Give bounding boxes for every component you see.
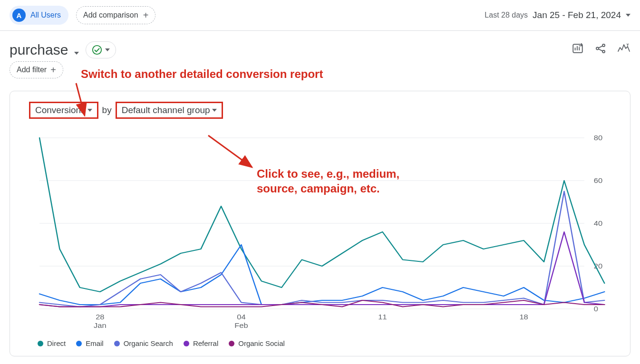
segment-chip-all-users[interactable]: A All Users	[10, 6, 68, 25]
segment-letter-badge: A	[12, 9, 26, 22]
by-separator: by	[98, 105, 116, 115]
status-dropdown[interactable]	[86, 41, 116, 58]
chevron-down-icon	[74, 52, 79, 55]
add-comparison-button[interactable]: Add comparison +	[76, 6, 155, 24]
svg-point-0	[93, 46, 101, 54]
annotation-text: Switch to another detailed conversion re…	[81, 67, 323, 81]
dimension-dropdown[interactable]: Default channel group	[116, 102, 223, 119]
share-icon[interactable]	[594, 42, 607, 57]
chart-legend: DirectEmailOrganic SearchReferralOrganic…	[29, 339, 616, 347]
customize-report-icon[interactable]	[572, 42, 584, 57]
legend-label: Referral	[193, 339, 218, 347]
legend-item[interactable]: Email	[76, 339, 104, 347]
metric-label: Conversions	[35, 105, 86, 115]
metric-dropdown[interactable]: Conversions	[29, 102, 98, 119]
insights-icon[interactable]	[617, 42, 630, 57]
legend-label: Email	[86, 339, 104, 347]
legend-label: Organic Search	[124, 339, 173, 347]
legend-dot	[76, 341, 82, 346]
plus-icon: +	[50, 65, 56, 75]
svg-text:60: 60	[594, 177, 603, 184]
svg-text:0: 0	[594, 305, 598, 313]
legend-dot	[229, 341, 234, 346]
chevron-down-icon	[626, 14, 630, 17]
plus-icon: +	[143, 10, 149, 20]
report-title-text: purchase	[10, 42, 68, 57]
svg-point-3	[602, 44, 605, 47]
date-range-label: Last 28 days	[485, 11, 528, 19]
date-range-picker[interactable]: Last 28 days Jan 25 - Feb 21, 2024	[485, 10, 630, 20]
add-filter-button[interactable]: Add filter +	[10, 61, 63, 78]
segment-label: All Users	[30, 11, 61, 19]
svg-text:80: 80	[594, 134, 603, 142]
svg-text:11: 11	[378, 313, 387, 321]
check-circle-icon	[92, 45, 102, 55]
svg-text:18: 18	[519, 313, 528, 321]
legend-item[interactable]: Referral	[184, 339, 218, 347]
legend-item[interactable]: Direct	[38, 339, 66, 347]
dimension-label: Default channel group	[122, 105, 210, 115]
chevron-down-icon	[105, 48, 110, 51]
add-comparison-label: Add comparison	[83, 11, 138, 19]
svg-point-4	[602, 50, 605, 53]
legend-dot	[114, 341, 120, 346]
line-chart: 02040608028Jan04Feb1118	[29, 133, 616, 333]
svg-point-2	[596, 48, 599, 50]
legend-label: Organic Social	[238, 339, 285, 347]
chart-card: Conversions by Default channel group 020…	[10, 91, 630, 356]
svg-text:Jan: Jan	[94, 322, 107, 329]
legend-dot	[38, 341, 43, 346]
legend-item[interactable]: Organic Search	[114, 339, 173, 347]
chevron-down-icon	[87, 109, 92, 112]
svg-text:04: 04	[237, 313, 246, 321]
legend-label: Direct	[47, 339, 66, 347]
chevron-down-icon	[212, 109, 217, 112]
svg-text:28: 28	[96, 313, 105, 321]
legend-item[interactable]: Organic Social	[229, 339, 285, 347]
legend-dot	[184, 341, 189, 346]
report-title[interactable]: purchase	[10, 42, 79, 58]
date-range-value: Jan 25 - Feb 21, 2024	[533, 10, 621, 20]
svg-text:Feb: Feb	[234, 322, 248, 329]
svg-text:40: 40	[594, 220, 603, 227]
add-filter-label: Add filter	[17, 66, 47, 74]
